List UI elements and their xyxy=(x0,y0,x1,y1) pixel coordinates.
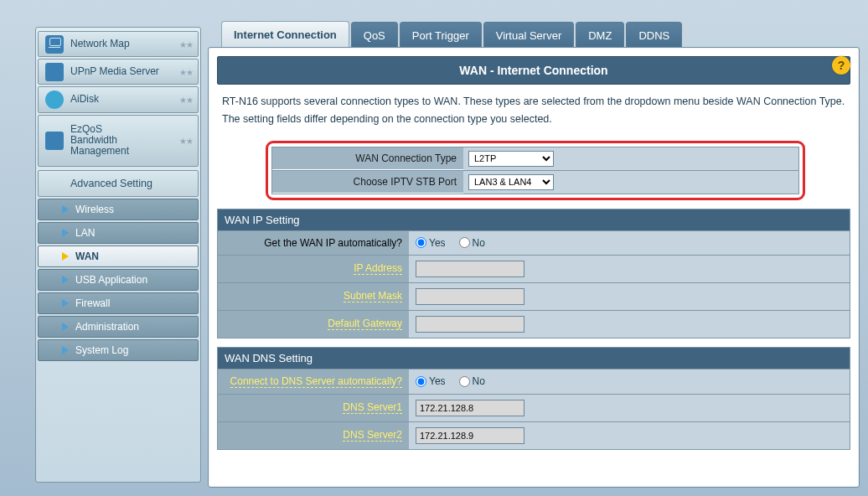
tab-ddns[interactable]: DDNS xyxy=(626,22,682,49)
default-gateway-label: Default Gateway xyxy=(328,318,402,330)
tab-strip: Internet ConnectionQoSPort TriggerVirtua… xyxy=(221,20,684,49)
sidebar-section-label: Advanced Setting xyxy=(70,178,152,189)
wan-dns-heading: WAN DNS Setting xyxy=(218,348,850,369)
subnet-mask-label: Subnet Mask xyxy=(344,290,402,302)
sidebar: Network Map★★UPnP Media Server★★AiDisk★★… xyxy=(35,27,201,483)
play-icon xyxy=(62,323,69,331)
play-icon xyxy=(62,346,69,354)
sidebar-item-aidisk[interactable]: AiDisk★★ xyxy=(38,86,199,112)
play-icon xyxy=(62,205,69,214)
dns1-input[interactable] xyxy=(416,400,524,416)
play-icon xyxy=(62,299,69,307)
subnet-mask-input[interactable] xyxy=(416,288,524,305)
iptv-port-label: Choose IPTV STB Port xyxy=(272,171,463,193)
tab-dmz[interactable]: DMZ xyxy=(576,22,624,49)
main-panel: WAN - Internet Connection ? RT-N16 suppo… xyxy=(208,47,860,488)
dns1-label: DNS Server1 xyxy=(343,401,402,414)
sidebar-sub-wireless[interactable]: Wireless xyxy=(38,199,199,220)
sidebar-item-upnp[interactable]: UPnP Media Server★★ xyxy=(38,59,199,85)
sidebar-sub-usb[interactable]: USB Application xyxy=(38,269,199,291)
tab-port-trigger[interactable]: Port Trigger xyxy=(400,22,482,49)
star-icon: ★★ xyxy=(179,136,193,145)
tab-virtual-server[interactable]: Virtual Server xyxy=(483,22,575,49)
page-banner: WAN - Internet Connection ? xyxy=(217,56,850,85)
page-title: WAN - Internet Connection xyxy=(459,64,607,77)
wan-ip-auto-no[interactable] xyxy=(459,237,470,248)
dns2-label: DNS Server2 xyxy=(343,429,402,442)
play-icon xyxy=(62,276,69,284)
play-icon xyxy=(62,229,69,237)
ad-icon xyxy=(45,90,64,109)
dns2-input[interactable] xyxy=(416,427,524,444)
default-gateway-input[interactable] xyxy=(416,316,524,333)
intro-text: RT-N16 supports several connection types… xyxy=(217,85,850,141)
wan-ip-auto-yes[interactable] xyxy=(416,237,426,248)
ip-address-input[interactable] xyxy=(416,261,524,277)
play-icon xyxy=(62,252,69,261)
ip-address-label: IP Address xyxy=(354,262,402,275)
up-icon xyxy=(45,63,64,81)
sidebar-sub-firewall[interactable]: Firewall xyxy=(38,292,199,314)
sidebar-sub-wan[interactable]: WAN xyxy=(38,245,199,267)
nm-icon xyxy=(45,35,64,54)
dns-auto-yes[interactable] xyxy=(416,376,426,387)
wan-ip-heading: WAN IP Setting xyxy=(218,209,850,230)
sidebar-sub-syslog[interactable]: System Log xyxy=(38,339,199,361)
ez-icon xyxy=(45,132,64,150)
iptv-port-select[interactable]: LAN3 & LAN4 xyxy=(468,174,554,190)
conn-type-select[interactable]: L2TP xyxy=(468,151,554,167)
highlighted-region: WAN Connection Type L2TP Choose IPTV STB… xyxy=(266,141,805,200)
conn-type-label: WAN Connection Type xyxy=(272,147,463,169)
sidebar-sub-admin[interactable]: Administration xyxy=(38,316,199,338)
wan-ip-auto-label: Get the WAN IP automatically? xyxy=(264,237,402,249)
tab-qos[interactable]: QoS xyxy=(351,22,398,49)
sidebar-item-ezqos[interactable]: EzQoSBandwidthManagement★★ xyxy=(38,115,199,167)
dns-auto-no[interactable] xyxy=(459,376,470,387)
star-icon: ★★ xyxy=(179,67,193,76)
tab-internet-connection[interactable]: Internet Connection xyxy=(221,21,349,49)
help-icon[interactable]: ? xyxy=(832,56,850,75)
star-icon: ★★ xyxy=(179,95,193,104)
star-icon: ★★ xyxy=(179,39,193,49)
sidebar-sub-lan[interactable]: LAN xyxy=(38,222,199,244)
dns-auto-label: Connect to DNS Server automatically? xyxy=(230,375,402,388)
wan-ip-block: WAN IP Setting Get the WAN IP automatica… xyxy=(217,209,850,338)
wan-dns-block: WAN DNS Setting Connect to DNS Server au… xyxy=(217,347,850,450)
sidebar-section-advanced: Advanced Setting xyxy=(38,170,199,197)
sidebar-item-network-map[interactable]: Network Map★★ xyxy=(38,31,199,57)
